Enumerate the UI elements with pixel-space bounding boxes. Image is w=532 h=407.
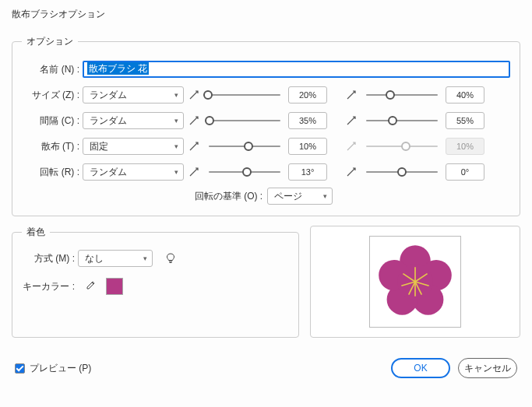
size-row: サイズ (Z) : ランダム▾ 20% 40% bbox=[22, 85, 510, 105]
scatter-value-1[interactable]: 10% bbox=[288, 138, 327, 155]
preview-checkbox[interactable]: プレビュー (P) bbox=[15, 362, 91, 375]
flip-icon[interactable] bbox=[188, 114, 201, 127]
spacing-mode-select[interactable]: ランダム▾ bbox=[83, 112, 184, 129]
flip-icon[interactable] bbox=[346, 166, 358, 178]
name-label: 名前 (N) : bbox=[22, 63, 83, 76]
color-legend: 着色 bbox=[22, 226, 50, 239]
preview-panel bbox=[310, 226, 520, 338]
scatter-mode-select[interactable]: 固定▾ bbox=[83, 138, 184, 155]
flip-icon[interactable] bbox=[188, 166, 201, 178]
color-fieldset: 着色 方式 (M) : なし▾ キーカラー : bbox=[12, 226, 299, 338]
scatter-label: 散布 (T) : bbox=[22, 140, 83, 153]
size-slider-1[interactable] bbox=[206, 87, 284, 103]
rotation-value-2[interactable]: 0° bbox=[446, 163, 484, 181]
chevron-down-icon: ▾ bbox=[174, 117, 178, 125]
rotation-row: 回転 (R) : ランダム▾ 13° 0° bbox=[22, 162, 510, 182]
flower-icon bbox=[375, 241, 456, 322]
dialog-title: 散布ブラシオプション bbox=[12, 8, 520, 21]
rotation-axis-label: 回転の基準 (O) : bbox=[195, 190, 262, 203]
spacing-slider-1[interactable] bbox=[206, 113, 284, 128]
size-slider-2[interactable] bbox=[363, 87, 441, 103]
keycolor-swatch[interactable] bbox=[106, 278, 123, 295]
checkbox-icon bbox=[15, 363, 25, 374]
chevron-down-icon: ▾ bbox=[174, 168, 178, 176]
spacing-row: 間隔 (C) : ランダム▾ 35% 55% bbox=[22, 111, 510, 131]
method-label: 方式 (M) : bbox=[22, 252, 78, 265]
rotation-axis-row: 回転の基準 (O) : ページ▾ bbox=[22, 188, 510, 205]
options-legend: オプション bbox=[22, 35, 78, 48]
flip-icon[interactable] bbox=[346, 89, 358, 101]
flip-icon[interactable] bbox=[188, 89, 201, 101]
method-select[interactable]: なし▾ bbox=[78, 250, 153, 267]
cancel-button[interactable]: キャンセル bbox=[458, 358, 517, 378]
size-label: サイズ (Z) : bbox=[22, 89, 83, 102]
flip-icon bbox=[346, 140, 358, 153]
method-row: 方式 (M) : なし▾ bbox=[22, 250, 289, 267]
preview-thumbnail bbox=[369, 236, 461, 328]
rotation-axis-select[interactable]: ページ▾ bbox=[267, 188, 333, 205]
footer: プレビュー (P) OK キャンセル bbox=[12, 358, 520, 378]
chevron-down-icon: ▾ bbox=[174, 142, 178, 150]
options-fieldset: オプション 名前 (N) : 散布ブラシ 花 サイズ (Z) : ランダム▾ 2… bbox=[12, 35, 520, 216]
flip-icon[interactable] bbox=[346, 114, 358, 127]
scatter-value-2: 10% bbox=[446, 138, 484, 155]
rotation-slider-2[interactable] bbox=[363, 164, 441, 180]
rotation-slider-1[interactable] bbox=[206, 164, 284, 180]
scatter-slider-1[interactable] bbox=[206, 139, 284, 154]
rotation-mode-select[interactable]: ランダム▾ bbox=[83, 163, 184, 181]
rotation-label: 回転 (R) : bbox=[22, 166, 83, 179]
spacing-value-1[interactable]: 35% bbox=[288, 112, 327, 129]
size-value-2[interactable]: 40% bbox=[446, 86, 484, 104]
name-input[interactable]: 散布ブラシ 花 bbox=[83, 61, 510, 78]
rotation-value-1[interactable]: 13° bbox=[288, 163, 327, 181]
keycolor-label: キーカラー : bbox=[22, 280, 78, 293]
spacing-label: 間隔 (C) : bbox=[22, 114, 83, 128]
chevron-down-icon: ▾ bbox=[323, 192, 327, 200]
preview-checkbox-label: プレビュー (P) bbox=[30, 362, 91, 375]
scatter-slider-2 bbox=[363, 139, 441, 154]
size-mode-select[interactable]: ランダム▾ bbox=[83, 86, 184, 104]
keycolor-row: キーカラー : bbox=[22, 278, 289, 295]
name-row: 名前 (N) : 散布ブラシ 花 bbox=[22, 59, 510, 79]
dialog: 散布ブラシオプション オプション 名前 (N) : 散布ブラシ 花 サイズ (Z… bbox=[0, 0, 532, 388]
spacing-value-2[interactable]: 55% bbox=[446, 112, 484, 129]
flip-icon[interactable] bbox=[188, 140, 201, 153]
chevron-down-icon: ▾ bbox=[143, 254, 147, 262]
lightbulb-icon[interactable] bbox=[164, 251, 178, 265]
spacing-slider-2[interactable] bbox=[363, 113, 441, 128]
size-value-1[interactable]: 20% bbox=[288, 86, 327, 104]
scatter-row: 散布 (T) : 固定▾ 10% 10% bbox=[22, 136, 510, 156]
eyedropper-icon[interactable] bbox=[83, 279, 97, 293]
ok-button[interactable]: OK bbox=[391, 358, 450, 378]
chevron-down-icon: ▾ bbox=[174, 91, 178, 99]
